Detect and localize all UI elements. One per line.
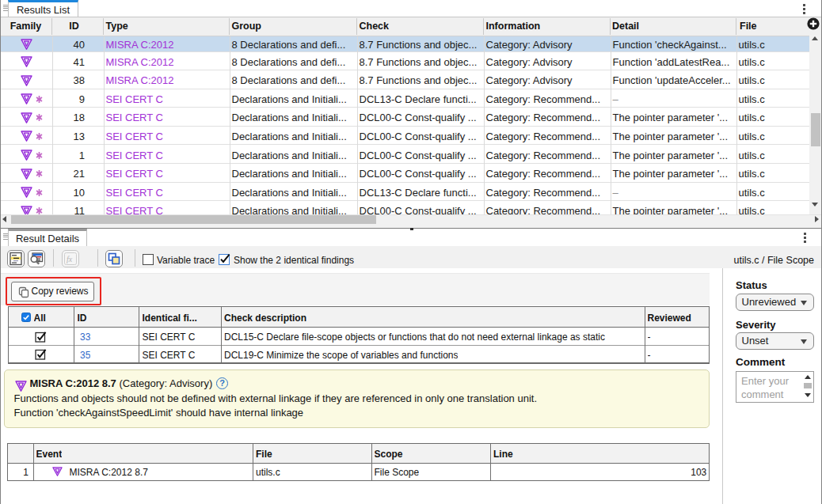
svg-text:fx: fx — [67, 255, 73, 263]
